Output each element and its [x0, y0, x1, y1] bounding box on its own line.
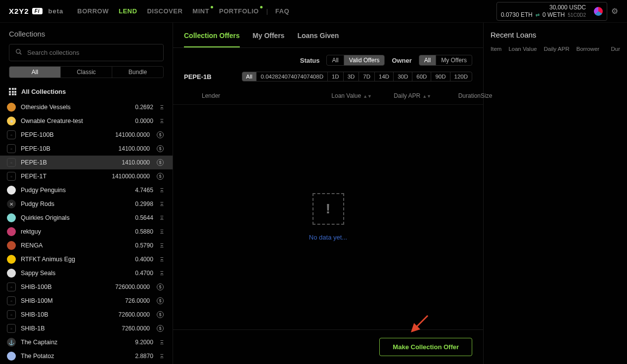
collection-value: 0.0000: [135, 118, 153, 124]
eth-icon: Ξ: [160, 270, 164, 276]
collection-value: 14100.0000: [119, 145, 150, 152]
selected-collection-name: PEPE-1B: [184, 73, 212, 81]
collection-name: Sappy Seals: [21, 270, 130, 277]
segment-all[interactable]: All: [9, 67, 60, 78]
nav-faq[interactable]: FAQ: [275, 7, 289, 15]
sort-icon: ▲▼: [422, 94, 431, 99]
wallet-box[interactable]: 30,000 USDC 0.0730 ETH ⇄ 0 WETH 51C0D2: [496, 2, 607, 21]
status-all[interactable]: All: [327, 55, 343, 65]
all-collections-row[interactable]: All Collections: [0, 83, 173, 100]
collection-row[interactable]: ▫SHIB-10B72600.0000$: [0, 308, 173, 322]
collection-icon: [7, 227, 16, 236]
tab-collection-offers[interactable]: Collection Offers: [184, 32, 240, 47]
eth-icon: Ξ: [160, 187, 164, 193]
logo[interactable]: X2Y2 Fi beta: [9, 7, 63, 15]
collection-row[interactable]: ⚓The Captainz9.2000Ξ: [0, 335, 173, 349]
usd-icon: $: [157, 297, 164, 304]
duration-90d[interactable]: 90D: [431, 72, 449, 81]
collection-row[interactable]: ▫PEPE-100B141000.0000$: [0, 128, 173, 142]
segment-classic[interactable]: Classic: [60, 67, 112, 78]
eth-icon: Ξ: [160, 104, 164, 110]
collections-list[interactable]: Otherside Vessels0.2692Ξ★Ownable Creatur…: [0, 100, 173, 364]
nav-mint[interactable]: MINT: [192, 7, 209, 15]
owner-all[interactable]: All: [419, 55, 436, 65]
duration-120d[interactable]: 120D: [450, 72, 472, 81]
usd-icon: $: [157, 131, 164, 138]
col-daily-apr[interactable]: Daily APR▲▼: [372, 92, 431, 99]
collection-row[interactable]: The Potatoz2.8870Ξ: [0, 349, 173, 363]
settings-gear-icon[interactable]: ⚙: [611, 6, 618, 16]
collection-row[interactable]: Sappy Seals0.4700Ξ: [0, 266, 173, 280]
collection-value: 1410000.0000: [112, 173, 150, 180]
usd-icon: $: [157, 145, 164, 152]
collection-row[interactable]: rektguy0.5880Ξ: [0, 225, 173, 239]
collection-name: Pudgy Rods: [21, 201, 130, 207]
collection-row[interactable]: ▫PEPE-1B1410.0000$: [0, 156, 173, 169]
collection-name: rektguy: [21, 228, 130, 235]
recent-loans-header: Item Loan Value Daily APR Borrower Dur: [491, 46, 620, 52]
collection-row[interactable]: ▫SHIB-1B7260.0000$: [0, 322, 173, 335]
duration-30d[interactable]: 30D: [393, 72, 412, 81]
nav-lend[interactable]: LEND: [119, 7, 137, 15]
collection-row[interactable]: ▫SHIB-100M726.0000$: [0, 294, 173, 308]
nav-portfolio[interactable]: PORTFOLIO: [219, 7, 259, 15]
collection-row[interactable]: RTFKT Animus Egg0.4000Ξ: [0, 252, 173, 266]
duration-60d[interactable]: 60D: [412, 72, 431, 81]
status-valid[interactable]: Valid Offers: [344, 55, 385, 65]
collection-value: 0.5880: [135, 228, 153, 235]
make-collection-offer-button[interactable]: Make Collection Offer: [379, 338, 472, 356]
collection-value: 0.4700: [135, 270, 153, 277]
eth-icon: Ξ: [160, 256, 164, 262]
col-loan-value[interactable]: Loan Value▲▼: [283, 92, 372, 99]
tab-my-offers[interactable]: My Offers: [253, 32, 285, 47]
collection-row[interactable]: ★Ownable Creature-test0.0000Ξ: [0, 114, 173, 128]
bottom-bar: Make Collection Offer: [173, 329, 483, 364]
duration-14d[interactable]: 14D: [374, 72, 393, 81]
segment-bundle[interactable]: Bundle: [112, 67, 163, 78]
eth-icon: Ξ: [160, 353, 164, 359]
duration-1d[interactable]: 1D: [327, 72, 343, 81]
collection-icon: ▫: [7, 144, 16, 153]
collection-row[interactable]: RENGA0.5790Ξ: [0, 239, 173, 252]
col-lender: Lender: [184, 92, 283, 99]
collection-name: PEPE-100B: [21, 131, 110, 138]
collection-value: 726000.0000: [115, 283, 150, 290]
beta-label: beta: [48, 7, 64, 15]
duration-custom[interactable]: 0.04282407407407408D: [256, 72, 327, 81]
collection-value: 2.8870: [135, 353, 153, 360]
owner-mine[interactable]: My Offers: [436, 55, 472, 65]
status-chipset: All Valid Offers: [326, 55, 385, 66]
collection-row[interactable]: Otherside Vessels0.2692Ξ: [0, 100, 173, 114]
status-label: Status: [300, 57, 320, 64]
sidebar: Collections All Classic Bundle All Colle…: [0, 23, 173, 364]
duration-3d[interactable]: 3D: [343, 72, 359, 81]
duration-chipset: All 0.04282407407407408D 1D 3D 7D 14D 30…: [242, 72, 472, 81]
collection-icon: ▫: [7, 130, 16, 139]
nav-borrow[interactable]: BORROW: [77, 7, 109, 15]
usd-icon: $: [157, 159, 164, 166]
collection-value: 9.2000: [135, 339, 153, 346]
svg-line-1: [20, 53, 22, 55]
collection-row[interactable]: ✕Pudgy Rods0.2998Ξ: [0, 197, 173, 211]
collection-value: 0.5790: [135, 242, 153, 249]
wallet-address: 51C0D2: [568, 11, 586, 19]
nav-discover[interactable]: DISCOVER: [147, 7, 182, 15]
search-input[interactable]: [27, 49, 157, 56]
collection-name: SHIB-10B: [21, 311, 114, 318]
collection-row[interactable]: ▫SHIB-100B726000.0000$: [0, 280, 173, 294]
collection-icon: ▫: [7, 283, 16, 291]
collection-row[interactable]: ▫PEPE-1T1410000.0000$: [0, 169, 173, 183]
search-box[interactable]: [9, 44, 164, 61]
usd-icon: $: [157, 325, 164, 332]
col-duration: Duration: [431, 92, 481, 99]
duration-7d[interactable]: 7D: [358, 72, 374, 81]
collection-row[interactable]: ▫PEPE-10B14100.0000$: [0, 142, 173, 156]
collection-name: Otherside Vessels: [21, 104, 130, 111]
duration-all[interactable]: All: [242, 72, 257, 81]
collection-row[interactable]: Pudgy Penguins4.7465Ξ: [0, 183, 173, 197]
collection-value: 0.2998: [135, 201, 153, 207]
tab-loans-given[interactable]: Loans Given: [297, 32, 339, 47]
logo-text: X2Y2: [9, 7, 29, 15]
collection-row[interactable]: Quirkies Originals0.5644Ξ: [0, 211, 173, 225]
collection-name: PEPE-1B: [21, 159, 117, 166]
